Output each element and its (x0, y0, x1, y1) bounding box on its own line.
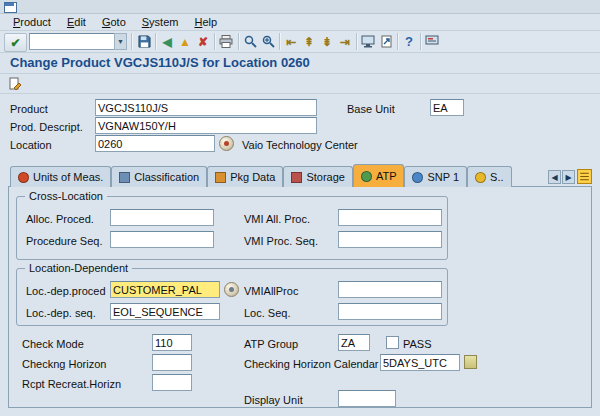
last-page-icon: ⇥ (340, 35, 350, 49)
cancel-x-icon: ✘ (198, 35, 208, 49)
storage-icon (291, 172, 302, 183)
vmi-all-proc-field[interactable] (338, 209, 442, 226)
command-history-button[interactable]: ▼ (114, 33, 127, 50)
loc-dep-seq-field[interactable] (110, 303, 220, 320)
tab-overview-button[interactable] (577, 169, 592, 184)
base-unit-field[interactable] (430, 99, 464, 116)
tabstrip: Units of Meas. Classification Pkg Data S… (10, 165, 512, 187)
tab-scroll-right-button[interactable]: ▶ (562, 170, 575, 184)
page-title: Change Product VGCJS110J/S for Location … (10, 55, 310, 70)
value-help-icon[interactable] (224, 282, 239, 297)
tab-s[interactable]: S.. (467, 166, 511, 187)
exit-button[interactable]: ▲ (176, 33, 194, 50)
menu-goto[interactable]: Goto (94, 15, 134, 30)
tab-classification[interactable]: Classification (111, 166, 207, 187)
chevron-left-icon: ◀ (551, 173, 557, 182)
last-page-button[interactable]: ⇥ (336, 33, 354, 50)
tab-units-of-meas[interactable]: Units of Meas. (10, 166, 111, 187)
display-unit-field[interactable] (338, 390, 396, 407)
pass-checkbox[interactable] (386, 336, 399, 349)
units-of-meas-icon (18, 172, 29, 183)
next-page-button[interactable]: ⇟ (318, 33, 336, 50)
vmi-proc-seq-field[interactable] (338, 231, 442, 248)
product-field[interactable] (95, 99, 317, 116)
checking-horizon-calendar-field[interactable] (380, 354, 460, 371)
toolbar-separator (214, 33, 216, 50)
loc-seq-field[interactable] (338, 303, 442, 320)
first-page-button[interactable]: ⇤ (282, 33, 300, 50)
procedure-seq-label: Procedure Seq. (26, 233, 102, 249)
loc-dep-seq-label: Loc.-dep. seq. (26, 305, 96, 321)
page-down-icon: ⇟ (322, 35, 332, 49)
loc-dep-proced-field[interactable] (110, 281, 220, 298)
check-mode-field[interactable] (152, 334, 192, 351)
procedure-seq-field[interactable] (110, 231, 214, 248)
customize-layout-button[interactable] (423, 33, 441, 50)
back-arrow-icon: ◀ (162, 35, 171, 49)
alloc-proced-label: Alloc. Proced. (26, 211, 94, 227)
vmi-allproc-field[interactable] (338, 281, 442, 298)
menu-help[interactable]: Help (186, 15, 225, 30)
search-icon (244, 35, 257, 48)
calendar-picker-button[interactable] (464, 355, 477, 369)
tab-label: SNP 1 (427, 171, 459, 183)
checkng-horizon-field[interactable] (152, 354, 192, 371)
tab-snp-1[interactable]: SNP 1 (404, 166, 467, 187)
create-shortcut-button[interactable] (377, 33, 395, 50)
tab-pkg-data[interactable]: Pkg Data (207, 166, 283, 187)
help-icon: ? (405, 34, 413, 49)
command-field[interactable] (29, 33, 115, 50)
tab-label: ATP (376, 170, 397, 182)
exit-arrow-icon: ▲ (179, 35, 191, 49)
prod-descript-field[interactable] (95, 117, 317, 134)
vmi-allproc-label: VMIAllProc (244, 283, 298, 299)
tab-storage[interactable]: Storage (283, 166, 353, 187)
rcpt-recreat-horizn-field[interactable] (152, 374, 192, 391)
location-field[interactable] (95, 135, 215, 152)
rcpt-recreat-horizn-label: Rcpt Recreat.Horizn (22, 376, 121, 392)
new-session-button[interactable] (359, 33, 377, 50)
enter-check-icon: ✔ (10, 36, 20, 50)
menu-edit[interactable]: Edit (59, 15, 94, 30)
toolbar-separator (420, 33, 422, 50)
atp-tab-panel: Cross-Location Alloc. Proced. VMI All. P… (8, 186, 592, 408)
back-button[interactable]: ◀ (158, 33, 176, 50)
toolbar-separator (238, 33, 240, 50)
cross-location-group-title: Cross-Location (25, 189, 107, 203)
application-toolbar (0, 74, 600, 94)
find-next-button[interactable] (259, 33, 277, 50)
location-info-icon[interactable] (219, 136, 234, 151)
cancel-button[interactable]: ✘ (194, 33, 212, 50)
menu-system[interactable]: System (134, 15, 187, 30)
vmi-proc-seq-label: VMI Proc. Seq. (244, 233, 318, 249)
tab-atp[interactable]: ATP (353, 164, 405, 187)
base-unit-label: Base Unit (347, 101, 395, 117)
alloc-proced-field[interactable] (110, 209, 214, 226)
find-button[interactable] (241, 33, 259, 50)
location-dependent-groupbox: Location-Dependent Loc.-dep.proced VMIAl… (16, 268, 448, 326)
shortcut-icon (380, 35, 393, 48)
tab-list-icon (577, 169, 592, 184)
loc-dep-proced-label: Loc.-dep.proced (26, 283, 106, 299)
tab-scroll-left-button[interactable]: ◀ (548, 170, 561, 184)
window-menu-icon[interactable] (4, 2, 17, 13)
enter-button[interactable]: ✔ (4, 33, 27, 52)
toolbar-separator (279, 33, 281, 50)
title-strip: Change Product VGCJS110J/S for Location … (0, 53, 600, 74)
print-button[interactable] (217, 33, 235, 50)
cross-location-groupbox: Cross-Location Alloc. Proced. VMI All. P… (16, 196, 448, 260)
display-change-button[interactable] (5, 75, 25, 92)
previous-page-button[interactable]: ⇞ (300, 33, 318, 50)
help-button[interactable]: ? (400, 33, 418, 50)
menu-product[interactable]: Product (5, 15, 59, 30)
tab-label: Pkg Data (230, 171, 275, 183)
pass-label: PASS (403, 336, 432, 352)
toolbar-separator (155, 33, 157, 50)
save-button[interactable] (135, 33, 153, 50)
checking-horizon-calendar-label: Checking Horizon Calendar (244, 356, 379, 372)
checkng-horizon-label: Checkng Horizon (22, 356, 106, 372)
location-dependent-group-title: Location-Dependent (25, 261, 132, 275)
s-tab-icon (475, 172, 486, 183)
product-label: Product (10, 101, 48, 117)
atp-group-field[interactable] (338, 334, 370, 351)
